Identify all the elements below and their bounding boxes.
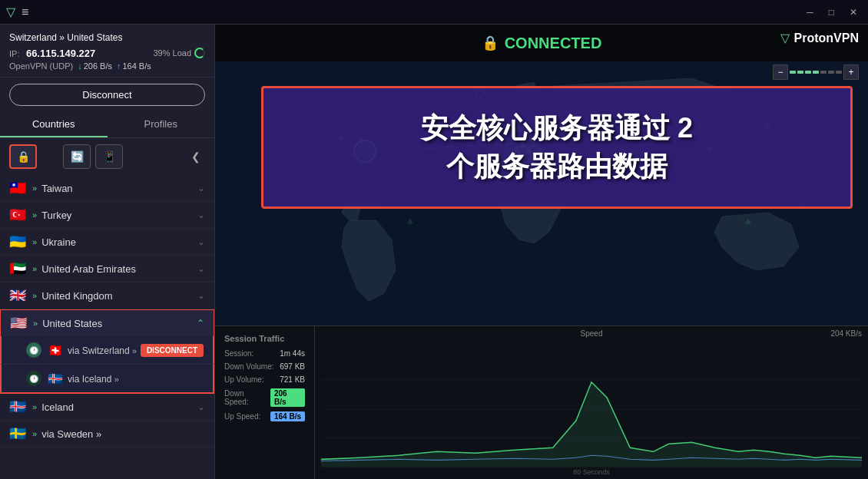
p2p-icon: 🔄 [71, 150, 84, 163]
zoom-plus-button[interactable]: + [843, 64, 859, 80]
filter-tor[interactable]: 📱 [95, 144, 123, 169]
connected-label: CONNECTED [505, 35, 602, 52]
secure-core-icon: 🔒 [17, 150, 30, 163]
tab-countries-label: Countries [32, 118, 75, 130]
zoom-bar [790, 71, 842, 74]
up-vol-value: 721 KB [280, 375, 305, 384]
chevron-left-icon: ❮ [191, 150, 200, 163]
down-speed-val: 206 B/s [84, 61, 112, 71]
maximize-button[interactable]: □ [824, 5, 839, 19]
zoom-seg-1 [790, 71, 796, 74]
zoom-seg-2 [797, 71, 803, 74]
country-item-taiwan[interactable]: 🇹🇼 » Taiwan ⌄ [0, 175, 214, 202]
collapse-button[interactable]: ❮ [187, 147, 205, 166]
sweden-arrow: » [32, 429, 37, 438]
uk-arrow: » [32, 291, 37, 300]
session-title: Session Traffic [224, 334, 305, 343]
zoom-seg-4 [813, 71, 819, 74]
down-vol-label: Down Volume: [224, 362, 273, 371]
sub-item-iceland[interactable]: 🕐 🇮🇸 via Iceland » [0, 365, 214, 392]
country-item-us[interactable]: 🇺🇸 » United States ⌃ [0, 309, 214, 336]
down-speed-label: Down Speed: [224, 389, 270, 406]
sub-iceland-icon: 🕐 [26, 371, 41, 386]
lock-icon: 🔒 [482, 35, 499, 51]
speed-chart-svg [321, 348, 862, 471]
tab-profiles[interactable]: Profiles [108, 112, 215, 137]
country-item-iceland[interactable]: 🇮🇸 » Iceland ⌄ [0, 392, 214, 421]
session-value: 1m 44s [280, 349, 305, 358]
filter-p2p[interactable]: 🔄 [63, 144, 91, 169]
uk-flag: 🇬🇧 [9, 289, 26, 302]
turkey-flag: 🇹🇷 [9, 209, 26, 221]
taiwan-name: Taiwan [41, 183, 197, 194]
zoom-seg-3 [805, 71, 811, 74]
tab-profiles-label: Profiles [144, 118, 177, 130]
title-bar-controls: ─ □ ✕ [802, 5, 862, 19]
taiwan-flag: 🇹🇼 [9, 182, 26, 194]
up-speed-val: 164 B/s [122, 61, 151, 71]
taiwan-chevron-icon: ⌄ [197, 183, 205, 193]
disconnect-button[interactable]: Disconnect [9, 84, 205, 106]
stat-row-down-speed: Down Speed: 206 B/s [224, 388, 305, 407]
iceland-arrow: » [32, 402, 37, 411]
filter-secure-core[interactable]: 🔒 [9, 144, 37, 169]
up-speed-badge: 164 B/s [270, 411, 305, 421]
time-axis-label: 80 Seconds [573, 468, 610, 476]
menu-icon[interactable]: ≡ [22, 5, 28, 19]
sub-item-switzerland[interactable]: 🕐 🇨🇭 via Switzerland » DISCONNECT [0, 336, 214, 365]
sub-disconnect-button[interactable]: DISCONNECT [141, 344, 204, 357]
up-arrow-icon: ↑ [117, 61, 121, 71]
country-item-uae[interactable]: 🇦🇪 » United Arab Emirates ⌄ [0, 256, 214, 282]
us-chevron-icon: ⌃ [197, 318, 204, 329]
sweden-name: via Sweden » [41, 428, 205, 440]
zoom-minus-button[interactable]: − [773, 64, 788, 80]
sub-switzerland-text: via Switzerland » [68, 343, 137, 357]
uk-chevron-icon: ⌄ [197, 290, 205, 301]
uae-flag: 🇦🇪 [9, 263, 26, 275]
connection-load: 39% Load [153, 48, 205, 58]
down-speed: ↓ 206 B/s [78, 61, 112, 71]
sub-switzerland-flag: 🇨🇭 [48, 343, 63, 358]
sidebar-tabs: Countries Profiles [0, 112, 214, 138]
sweden-flag: 🇸🇪 [9, 428, 26, 440]
minimize-button[interactable]: ─ [802, 5, 818, 19]
country-item-ukraine[interactable]: 🇺🇦 » Ukraine ⌄ [0, 229, 214, 256]
zoom-seg-6 [828, 71, 834, 74]
proton-logo-text: ProtonVPN [794, 31, 859, 45]
close-button[interactable]: ✕ [845, 5, 862, 19]
annotation-text: 安全核心服务器通过 2个服务器路由数据 [421, 109, 693, 187]
connected-bar: 🔒 CONNECTED [215, 25, 868, 61]
sidebar: Switzerland » United States IP: 66.115.1… [0, 25, 215, 479]
country-list: 🇹🇼 » Taiwan ⌄ 🇹🇷 » Turkey ⌄ 🇺🇦 » Ukraine… [0, 175, 214, 479]
ukraine-arrow: » [32, 237, 37, 246]
stat-row-up-speed: Up Speed: 164 B/s [224, 411, 305, 421]
up-vol-label: Up Volume: [224, 375, 264, 384]
uae-name: United Arab Emirates [41, 263, 197, 275]
sub-iceland-text: via Iceland » [68, 372, 119, 385]
zoom-seg-7 [836, 71, 842, 74]
filter-row: 🔒 🔄 📱 ❮ [0, 138, 214, 175]
down-speed-badge: 206 B/s [270, 388, 305, 407]
tab-countries[interactable]: Countries [0, 112, 108, 137]
us-name: United States [42, 318, 197, 329]
connection-header: Switzerland » United States IP: 66.115.1… [0, 25, 214, 78]
tor-icon: 📱 [103, 150, 116, 163]
us-arrow: » [33, 319, 38, 328]
protocol-text: OpenVPN (UDP) [9, 61, 73, 71]
main-container: Switzerland » United States IP: 66.115.1… [0, 25, 868, 479]
zoom-controls: − + [773, 64, 859, 80]
session-traffic: Session Traffic Session: 1m 44s Down Vol… [215, 326, 315, 479]
country-item-sweden[interactable]: 🇸🇪 » via Sweden » [0, 421, 214, 448]
speed-chart: Speed 204 KB/s 80 Seconds [315, 326, 868, 479]
down-arrow-icon: ↓ [78, 61, 82, 71]
iceland-flag: 🇮🇸 [9, 401, 26, 413]
proton-logo: ▽ ProtonVPN [780, 31, 859, 45]
title-bar-left: ▽ ≡ [6, 5, 28, 19]
iceland-chevron-icon: ⌄ [197, 401, 205, 412]
country-item-uk[interactable]: 🇬🇧 » United Kingdom ⌄ [0, 282, 214, 309]
turkey-chevron-icon: ⌄ [197, 210, 205, 220]
ukraine-name: Ukraine [41, 236, 197, 248]
up-speed: ↑ 164 B/s [117, 61, 151, 71]
country-item-turkey[interactable]: 🇹🇷 » Turkey ⌄ [0, 202, 214, 229]
session-label: Session: [224, 349, 253, 358]
